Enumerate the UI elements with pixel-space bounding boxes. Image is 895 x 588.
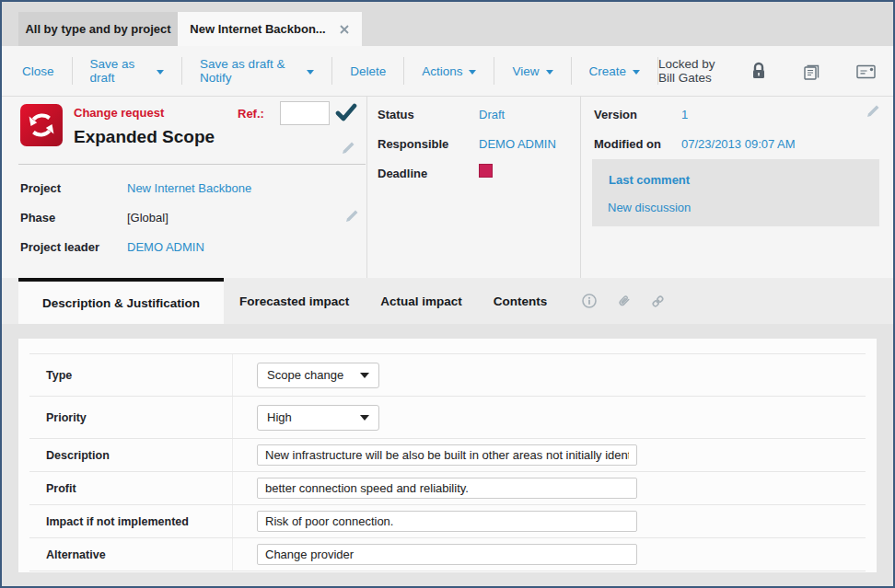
form-table: Type Scope change Priority High [29,353,866,571]
type-label: Type [29,354,233,396]
modified-on-label: Modified on [594,137,661,151]
type-select-value: Scope change [267,368,343,382]
tab-all-by-type-and-by-project[interactable]: All by type and by project [18,12,178,46]
email-icon[interactable] [856,63,877,79]
actions-menu-button[interactable]: Actions [422,64,476,78]
priority-label: Priority [29,397,233,438]
project-leader-label: Project leader [20,240,99,254]
project-label: Project [20,181,61,195]
description-input[interactable] [257,444,637,466]
change-request-icon [20,104,63,146]
version-value[interactable]: 1 [681,108,688,121]
new-discussion-link[interactable]: New discussion [608,201,691,214]
tab-actual-impact[interactable]: Actual impact [365,278,478,324]
profit-label: Profit [29,472,233,504]
profit-input[interactable] [257,478,637,499]
chevron-down-icon [307,70,314,75]
responsible-label: Responsible [378,137,448,151]
confirm-checkmark-icon[interactable] [335,102,357,122]
phase-value: [Global] [127,211,169,225]
chevron-down-icon [360,415,369,421]
type-select[interactable]: Scope change [257,363,379,388]
status-value[interactable]: Draft [479,108,505,121]
project-value-link[interactable]: New Internet Backbone [127,181,251,195]
priority-select[interactable]: High [257,405,379,431]
chevron-down-icon [469,70,476,75]
tab-forecasted-impact[interactable]: Forecasted impact [224,278,365,324]
info-circle-icon[interactable] [581,278,598,324]
tab-description-justification[interactable]: Description & Justification [18,278,224,324]
save-as-draft-notify-button[interactable]: Save as draft & Notify [200,57,314,85]
description-label: Description [29,439,233,471]
lock-icon [750,62,767,80]
phase-label: Phase [20,211,55,225]
tab-contents[interactable]: Contents [478,278,564,324]
status-label: Status [378,108,414,121]
form-row-alternative: Alternative [29,538,866,571]
create-menu-button[interactable]: Create [589,64,641,78]
last-comment-title: Last comment [609,173,690,187]
paperclip-icon[interactable] [616,278,632,324]
window-tab-strip: All by type and by project New Internet … [2,2,893,46]
impact-input[interactable] [257,511,637,532]
impact-label: Impact if not implemented [29,505,233,537]
chevron-down-icon [157,70,164,75]
view-menu-button[interactable]: View [512,64,552,78]
chevron-down-icon [360,373,369,378]
modified-on-value: 07/23/2013 09:07 AM [681,137,796,151]
detail-tab-bar: Description & Justification Forecasted i… [2,278,893,324]
alternative-input[interactable] [257,544,637,565]
version-label: Version [594,108,637,121]
deadline-label: Deadline [378,167,427,180]
edit-title-pencil-icon[interactable] [341,140,356,156]
alternative-label: Alternative [29,538,233,571]
ref-input[interactable] [280,101,330,125]
form-row-type: Type Scope change [29,354,866,397]
tab-label: New Internet Backbon... [190,22,325,36]
form-row-description: Description [29,439,866,472]
record-type-label: Change request [74,106,164,120]
close-button[interactable]: Close [22,64,54,78]
app-window: All by type and by project New Internet … [0,0,895,588]
record-title: Expanded Scope [74,127,215,147]
form-row-profit: Profit [29,472,866,505]
close-icon[interactable] [339,24,350,35]
deadline-date-swatch[interactable] [479,164,493,178]
delete-button[interactable]: Delete [350,64,386,78]
column-divider [580,97,581,278]
ref-label: Ref.: [238,107,264,121]
chevron-down-icon [633,70,640,75]
record-header: Change request Ref.: Expanded Scope Proj… [2,97,893,278]
project-leader-value-link[interactable]: DEMO ADMIN [127,240,204,254]
edit-version-pencil-icon[interactable] [866,103,881,119]
locked-by-label: Locked by Bill Gates [658,57,734,85]
chevron-down-icon [546,70,553,75]
description-justification-panel: Type Scope change Priority High [18,339,877,572]
edit-phase-pencil-icon[interactable] [344,208,360,224]
toolbar: Close Save as draft Save as draft & Noti… [2,46,893,97]
header-divider [18,164,366,165]
last-comment-box: Last comment New discussion [592,159,879,226]
link-icon[interactable] [650,278,666,324]
tab-new-internet-backbone[interactable]: New Internet Backbon... [178,12,362,46]
save-as-draft-button[interactable]: Save as draft [90,57,165,85]
column-divider [366,97,367,278]
responsible-value-link[interactable]: DEMO ADMIN [479,137,556,151]
form-row-priority: Priority High [29,397,866,439]
documents-icon[interactable] [802,62,821,81]
priority-select-value: High [267,410,292,424]
form-row-impact-if-not-implemented: Impact if not implemented [29,505,866,538]
tab-label: All by type and by project [25,22,170,36]
